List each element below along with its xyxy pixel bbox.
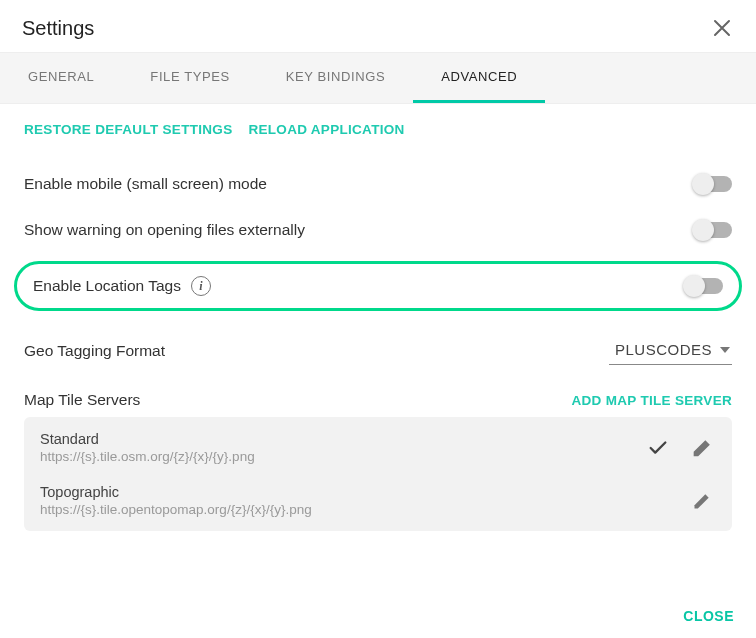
tile-server-list: Standard https://{s}.tile.osm.org/{z}/{x…	[24, 417, 732, 531]
close-icon[interactable]	[710, 16, 734, 40]
tile-server-actions	[688, 487, 716, 515]
tile-server-info: Standard https://{s}.tile.osm.org/{z}/{x…	[40, 431, 255, 464]
edit-icon[interactable]	[688, 487, 716, 515]
tab-advanced[interactable]: ADVANCED	[413, 53, 545, 103]
map-tile-servers-label: Map Tile Servers	[24, 391, 140, 409]
add-map-tile-server-button[interactable]: ADD MAP TILE SERVER	[572, 393, 732, 408]
geo-format-select[interactable]: PLUSCODES	[609, 337, 732, 365]
reload-application-button[interactable]: RELOAD APPLICATION	[248, 122, 404, 137]
setting-external-warning: Show warning on opening files externally	[24, 207, 732, 253]
tile-server-info: Topographic https://{s}.tile.opentopomap…	[40, 484, 312, 517]
check-icon	[644, 434, 672, 462]
tab-file-types[interactable]: FILE TYPES	[122, 53, 257, 103]
setting-geo-format: Geo Tagging Format PLUSCODES	[24, 319, 732, 377]
chevron-down-icon	[720, 347, 730, 353]
tile-server-name: Topographic	[40, 484, 312, 500]
top-links: RESTORE DEFAULT SETTINGS RELOAD APPLICAT…	[24, 122, 732, 137]
settings-content: RESTORE DEFAULT SETTINGS RELOAD APPLICAT…	[0, 104, 756, 594]
tile-server-item: Standard https://{s}.tile.osm.org/{z}/{x…	[24, 421, 732, 474]
external-warning-toggle[interactable]	[694, 222, 732, 238]
tile-server-actions	[644, 434, 716, 462]
tile-server-name: Standard	[40, 431, 255, 447]
setting-label: Show warning on opening files externally	[24, 221, 305, 239]
setting-location-tags: Enable Location Tags i	[14, 261, 742, 311]
close-button[interactable]: CLOSE	[683, 608, 734, 624]
dialog-header: Settings	[0, 0, 756, 52]
setting-label: Enable mobile (small screen) mode	[24, 175, 267, 193]
tile-server-url: https://{s}.tile.opentopomap.org/{z}/{x}…	[40, 502, 312, 517]
info-icon[interactable]: i	[191, 276, 211, 296]
tab-general[interactable]: GENERAL	[0, 53, 122, 103]
setting-map-tile-servers: Map Tile Servers ADD MAP TILE SERVER	[24, 377, 732, 417]
settings-dialog: Settings GENERAL FILE TYPES KEY BINDINGS…	[0, 0, 756, 638]
restore-defaults-button[interactable]: RESTORE DEFAULT SETTINGS	[24, 122, 232, 137]
external-warning-label: Show warning on opening files externally	[24, 221, 305, 239]
location-tags-label: Enable Location Tags	[33, 277, 181, 295]
mobile-mode-toggle[interactable]	[694, 176, 732, 192]
tile-server-item: Topographic https://{s}.tile.opentopomap…	[24, 474, 732, 527]
mobile-mode-label: Enable mobile (small screen) mode	[24, 175, 267, 193]
geo-format-value: PLUSCODES	[615, 341, 712, 358]
tab-key-bindings[interactable]: KEY BINDINGS	[258, 53, 413, 103]
setting-mobile-mode: Enable mobile (small screen) mode	[24, 161, 732, 207]
edit-icon[interactable]	[688, 434, 716, 462]
dialog-title: Settings	[22, 17, 94, 40]
location-tags-toggle[interactable]	[685, 278, 723, 294]
setting-label: Enable Location Tags i	[33, 276, 211, 296]
tile-server-url: https://{s}.tile.osm.org/{z}/{x}/{y}.png	[40, 449, 255, 464]
geo-format-label: Geo Tagging Format	[24, 342, 165, 360]
dialog-footer: CLOSE	[0, 594, 756, 638]
tabs: GENERAL FILE TYPES KEY BINDINGS ADVANCED	[0, 52, 756, 104]
